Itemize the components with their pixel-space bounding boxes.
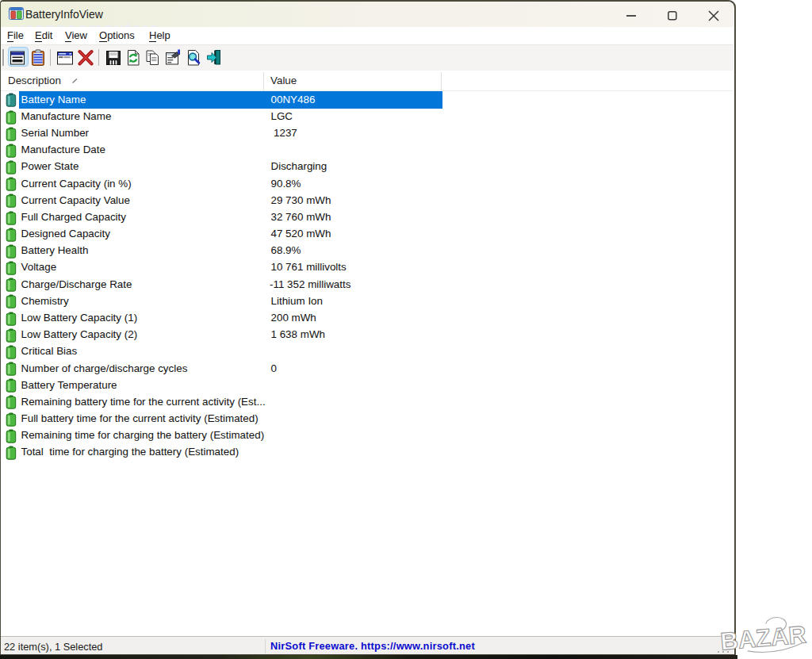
- svg-text:BAZAR: BAZAR: [719, 620, 807, 655]
